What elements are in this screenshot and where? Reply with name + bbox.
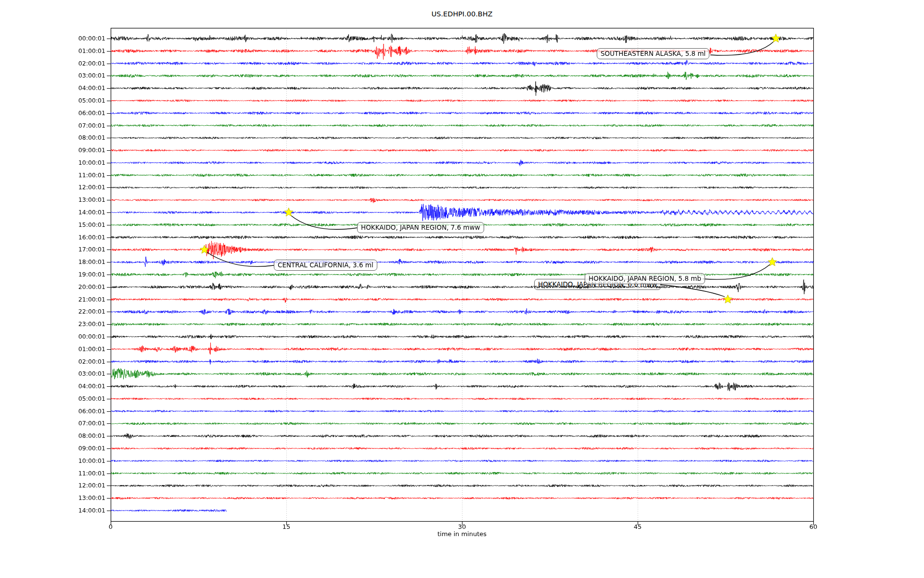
helicorder-canvas bbox=[0, 0, 924, 578]
seismogram-figure: US.EDHPI.00.BHZ HOKKAIDO, JAPAN REGION, … bbox=[0, 0, 924, 578]
